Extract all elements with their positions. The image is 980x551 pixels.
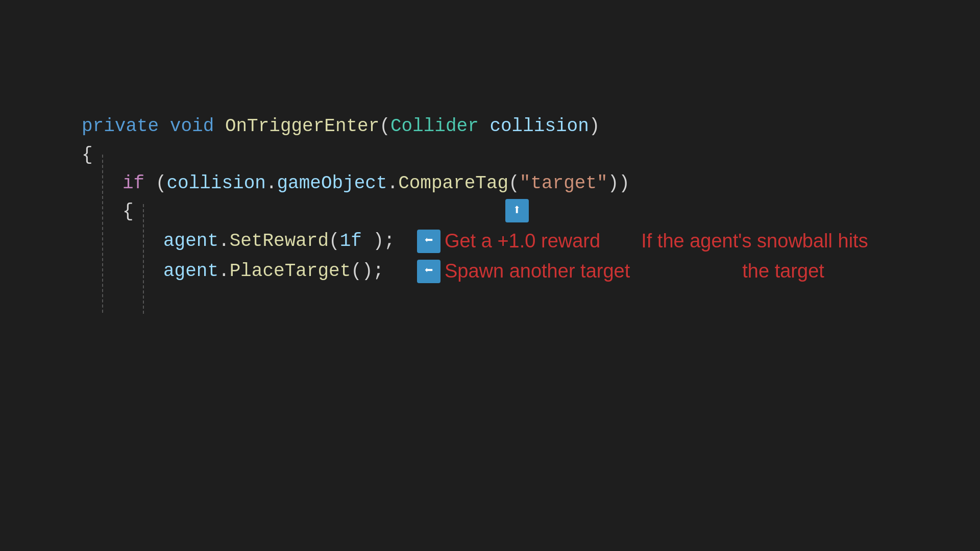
method-name: OnTriggerEnter (225, 112, 379, 141)
annotation-hits-text: If the agent's snowball hits (641, 226, 868, 256)
left-arrow-icon-1: ⬅ (417, 230, 440, 253)
code-line-5: agent . SetReward ( 1f ); ⬅ Get a +1.0 r… (82, 226, 868, 256)
comparetag-method: CompareTag (398, 169, 508, 198)
keyword-void: void (170, 112, 214, 141)
code-line-3: if ( collision . gameObject . CompareTag… (82, 169, 868, 198)
brace-open-inner: { (122, 197, 134, 226)
collision-ref: collision (166, 169, 265, 198)
annotation-spawn-text: Spawn another target (445, 256, 630, 286)
code-line-6: agent . PlaceTarget (); ⬅ Spawn another … (82, 256, 868, 286)
agent-ref-2: agent (163, 257, 218, 286)
code-line-2: { (82, 141, 868, 169)
setreward-method: SetReward (230, 227, 329, 256)
placetarget-method: PlaceTarget (230, 257, 351, 286)
gameobject-ref: gameObject (277, 169, 387, 198)
code-line-4: { (82, 197, 868, 226)
target-string: "target" (520, 169, 608, 198)
agent-ref-1: agent (163, 227, 218, 256)
param-type: Collider (390, 112, 479, 141)
keyword-if: if (122, 169, 144, 198)
code-block: private void OnTriggerEnter ( Collider c… (82, 112, 868, 286)
reward-value: 1f (340, 227, 373, 256)
up-arrow-icon: ⬆ (505, 199, 529, 222)
left-arrow-icon-2: ⬅ (417, 260, 440, 283)
code-line-1: private void OnTriggerEnter ( Collider c… (82, 112, 868, 141)
annotation-reward-text: Get a +1.0 reward (445, 226, 600, 256)
annotation-up-arrow-container: ⬆ (505, 199, 533, 222)
brace-open-outer: { (82, 141, 93, 169)
keyword-private: private (82, 112, 159, 141)
annotation-target-text: the target (742, 256, 824, 286)
param-name: collision (489, 112, 589, 141)
